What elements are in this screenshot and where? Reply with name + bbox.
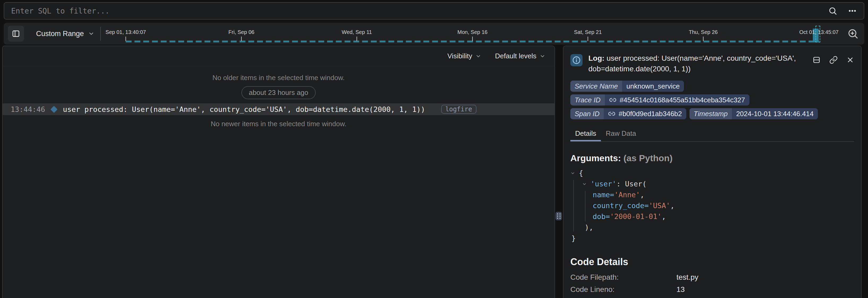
timeline-plot[interactable]: Sep 01, 13:40:07 Fri, Sep 06 Wed, Sep 11… — [4, 23, 864, 44]
detail-tabs: Details Raw Data — [570, 127, 854, 142]
arguments-heading: Arguments: (as Python) — [570, 153, 854, 163]
metadata-badges: Service Name unknown_service Trace ID #4… — [570, 80, 854, 119]
logs-panel-header: Visibility Default levels — [3, 46, 554, 66]
no-older-items-message: No older items in the selected time wind… — [3, 74, 554, 82]
span-id-badge[interactable]: Span ID #b0f0d9ed1ab346b2 — [570, 108, 686, 119]
more-options-icon[interactable] — [848, 6, 857, 15]
log-tag-logfire[interactable]: logfire — [441, 105, 476, 114]
detail-header: Log: user processed: User(name='Anne', c… — [570, 53, 854, 74]
code-lineno-row: Code Lineno: 13 — [570, 284, 854, 296]
zoom-in-button[interactable] — [846, 27, 860, 41]
collapse-chevron-icon[interactable] — [570, 171, 577, 175]
tab-details[interactable]: Details — [570, 127, 601, 141]
magnifier-plus-icon — [847, 28, 859, 39]
code-details-heading: Code Details — [570, 256, 854, 267]
no-newer-items-message: No newer items in the selected time wind… — [3, 120, 554, 128]
detail-title: Log: user processed: User(name='Anne', c… — [588, 53, 806, 74]
visibility-dropdown[interactable]: Visibility — [447, 52, 481, 60]
detail-panel: Log: user processed: User(name='Anne', c… — [563, 45, 862, 298]
close-icon[interactable] — [846, 56, 854, 64]
service-name-badge: Service Name unknown_service — [570, 80, 684, 92]
info-level-icon — [570, 54, 583, 66]
log-message: user processed: User(name='Anne', countr… — [63, 105, 425, 113]
code-filepath-row: Code Filepath: test.py — [570, 271, 854, 284]
trace-id-badge[interactable]: Trace ID #454514c0168a455a51bb4ceba354c3… — [570, 94, 749, 105]
log-row[interactable]: 13:44:46 user processed: User(name='Anne… — [3, 103, 554, 115]
chevron-down-icon — [539, 53, 546, 59]
logs-panel: Visibility Default levels No older items… — [2, 45, 555, 298]
indent-guide — [585, 191, 586, 222]
panel-resize-handle[interactable] — [556, 212, 562, 220]
permalink-icon[interactable] — [829, 56, 838, 64]
timestamp-badge: Timestamp 2024-10-01 13:44:46.414 — [689, 108, 818, 119]
link-icon — [609, 96, 617, 104]
log-timestamp: 13:44:46 — [10, 105, 45, 113]
logfire-app: Custom Range Sep 01, 13:40:07 Fri, Sep 0… — [0, 0, 868, 298]
timeline-bar: Custom Range Sep 01, 13:40:07 Fri, Sep 0… — [4, 23, 864, 44]
search-icon[interactable] — [828, 6, 837, 15]
sql-filter-input[interactable] — [11, 7, 828, 15]
default-levels-dropdown[interactable]: Default levels — [495, 52, 546, 60]
tab-raw-data[interactable]: Raw Data — [601, 127, 641, 141]
indent-guide — [573, 180, 574, 232]
relative-time-badge: about 23 hours ago — [241, 86, 316, 99]
link-icon — [608, 110, 616, 118]
collapse-chevron-icon[interactable] — [582, 181, 589, 187]
chevron-down-icon — [475, 53, 481, 59]
diamond-icon — [51, 106, 58, 113]
code-details-rows: Code Filepath: test.py Code Lineno: 13 — [570, 271, 854, 296]
arguments-code: { 'user': User( name='Anne', country_cod… — [570, 168, 854, 244]
sql-filter-bar — [4, 2, 864, 20]
split-view-icon[interactable] — [812, 56, 821, 64]
